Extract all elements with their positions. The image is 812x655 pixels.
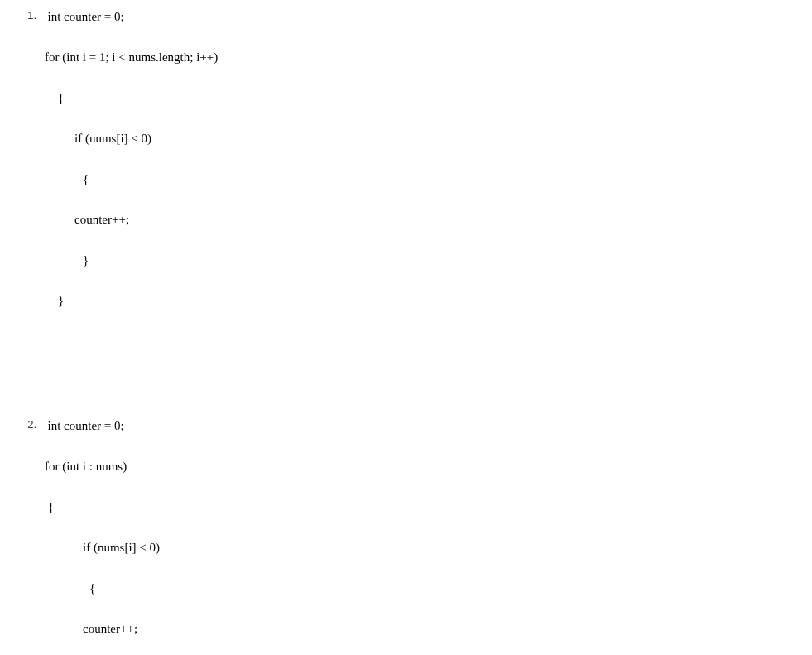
code-line: }	[83, 252, 812, 269]
code-line: counter++;	[74, 211, 812, 229]
code-line: {	[58, 89, 812, 107]
code-line: for (int i = 1; i < nums.length; i++)	[45, 49, 812, 66]
code-line: }	[58, 292, 812, 310]
spacing	[0, 326, 812, 417]
code-line: if (nums[i] < 0)	[83, 539, 812, 556]
list-item-2: 2. int counter = 0; for (int i : nums) {…	[0, 417, 812, 655]
code-line: int counter = 0;	[48, 8, 124, 26]
list-item-1: 1. int counter = 0; for (int i = 1; i < …	[0, 8, 812, 310]
list-marker: 1.	[17, 8, 36, 23]
code-line: int counter = 0;	[48, 417, 124, 435]
code-line: {	[48, 498, 812, 516]
code-line: {	[83, 171, 812, 188]
code-line: if (nums[i] < 0)	[74, 130, 812, 147]
code-line: {	[89, 580, 812, 597]
list-marker: 2.	[17, 417, 36, 432]
code-list: 1. int counter = 0; for (int i = 1; i < …	[0, 8, 812, 655]
code-line: for (int i : nums)	[45, 458, 812, 475]
code-line: counter++;	[83, 620, 812, 638]
